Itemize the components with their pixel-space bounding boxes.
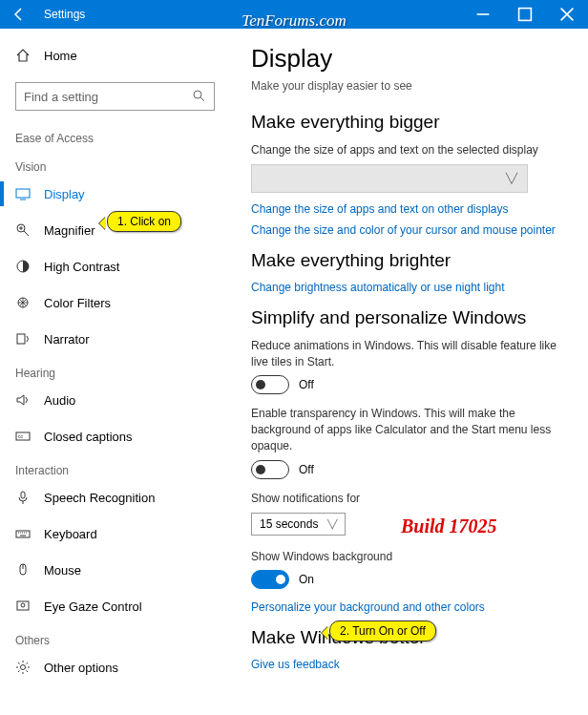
section-vision: Vision: [0, 151, 226, 176]
trans-desc: Enable transparency in Windows. This wil…: [251, 406, 563, 453]
back-button[interactable]: [0, 0, 38, 29]
color-filters-icon: [15, 295, 31, 310]
eye-icon: [15, 599, 31, 614]
heading-brighter: Make everything brighter: [251, 250, 563, 271]
selection-bar: [0, 181, 4, 206]
display-icon: [15, 186, 31, 201]
notif-select[interactable]: 15 seconds ╲╱: [251, 513, 346, 536]
chevron-down-icon: ╲╱: [506, 173, 517, 183]
nav-color-filters[interactable]: Color Filters: [0, 284, 226, 321]
close-button[interactable]: [546, 0, 588, 29]
nav-label: Keyboard: [44, 527, 97, 541]
nav-closed-captions[interactable]: cc Closed captions: [0, 418, 226, 454]
svg-rect-2: [16, 189, 30, 198]
home-button[interactable]: Home: [0, 38, 226, 73]
annotation-callout-2: 2. Turn On or Off: [329, 620, 436, 641]
link-feedback[interactable]: Give us feedback: [251, 658, 563, 671]
search-input[interactable]: Find a setting: [15, 82, 215, 111]
narrator-icon: [15, 331, 31, 347]
section-others: Others: [0, 624, 226, 649]
minimize-button[interactable]: [462, 0, 504, 29]
bg-label: Show Windows background: [251, 549, 563, 565]
svg-rect-6: [17, 334, 25, 344]
size-dropdown[interactable]: ╲╱: [251, 164, 528, 193]
nav-high-contrast[interactable]: High Contrast: [0, 248, 226, 284]
toggle-knob: [256, 380, 265, 389]
toggle-transparency-state: Off: [299, 463, 314, 476]
nav-eye-gaze[interactable]: Eye Gaze Control: [0, 588, 226, 624]
svg-point-14: [21, 665, 26, 670]
section-interaction: Interaction: [0, 454, 226, 479]
page-title: Display: [251, 44, 563, 74]
annotation-build: Build 17025: [401, 515, 497, 537]
mouse-icon: [15, 562, 31, 578]
nav-label: Speech Recognition: [44, 491, 155, 505]
nav-label: Other options: [44, 661, 118, 675]
nav-label: High Contrast: [44, 260, 119, 274]
mic-icon: [15, 490, 31, 505]
link-cursor-pointer[interactable]: Change the size and color of your cursor…: [251, 223, 563, 237]
nav-label: Eye Gaze Control: [44, 599, 142, 614]
titlebar: Settings: [0, 0, 588, 29]
nav-label: Display: [44, 187, 85, 201]
gear-icon: [15, 660, 31, 675]
nav-speech[interactable]: Speech Recognition: [0, 479, 226, 515]
nav-audio[interactable]: Audio: [0, 382, 226, 418]
annotation-callout-1: 1. Click on: [107, 211, 181, 232]
svg-rect-10: [16, 531, 30, 537]
toggle-knob: [276, 575, 285, 584]
home-label: Home: [44, 49, 77, 63]
sidebar: Home Find a setting Ease of Access Visio…: [0, 29, 226, 715]
nav-label: Magnifier: [44, 223, 94, 238]
svg-point-13: [21, 603, 25, 607]
group-header: Ease of Access: [0, 118, 226, 151]
svg-rect-12: [17, 601, 29, 610]
link-brightness[interactable]: Change brightness automatically or use n…: [251, 281, 563, 294]
svg-text:cc: cc: [18, 433, 24, 439]
toggle-transparency[interactable]: [251, 460, 289, 479]
window-controls: [462, 0, 588, 29]
chevron-down-icon: ╲╱: [327, 519, 337, 529]
search-placeholder: Find a setting: [24, 90, 98, 104]
heading-bigger: Make everything bigger: [251, 112, 563, 133]
search-icon: [191, 88, 206, 106]
heading-simplify: Simplify and personalize Windows: [251, 307, 563, 328]
nav-other-options[interactable]: Other options: [0, 649, 226, 685]
home-icon: [15, 48, 31, 63]
nav-mouse[interactable]: Mouse: [0, 552, 226, 588]
page-subtitle: Make your display easier to see: [251, 79, 563, 93]
nav-narrator[interactable]: Narrator: [0, 321, 226, 357]
window-title: Settings: [44, 8, 462, 21]
nav-label: Color Filters: [44, 296, 111, 310]
toggle-animations-state: Off: [299, 378, 314, 391]
notif-label: Show notifications for: [251, 491, 563, 507]
notif-value: 15 seconds: [260, 517, 318, 531]
section-hearing: Hearing: [0, 357, 226, 382]
link-personalize-bg[interactable]: Personalize your background and other co…: [251, 600, 563, 614]
anim-desc: Reduce animations in Windows. This will …: [251, 338, 563, 370]
svg-rect-9: [21, 492, 25, 498]
nav-label: Audio: [44, 393, 75, 408]
toggle-background[interactable]: [251, 570, 289, 589]
nav-display[interactable]: Display: [0, 176, 226, 212]
svg-rect-0: [519, 9, 532, 21]
link-other-displays[interactable]: Change the size of apps and text on othe…: [251, 202, 563, 216]
magnifier-icon: [15, 222, 31, 238]
contrast-icon: [15, 259, 31, 274]
size-desc: Change the size of apps and text on the …: [251, 142, 563, 158]
audio-icon: [15, 392, 31, 408]
maximize-button[interactable]: [504, 0, 546, 29]
cc-icon: cc: [15, 429, 31, 444]
toggle-background-state: On: [299, 573, 314, 586]
keyboard-icon: [15, 526, 31, 541]
nav-keyboard[interactable]: Keyboard: [0, 515, 226, 552]
arrow-left-icon: [11, 7, 27, 22]
nav-label: Narrator: [44, 332, 90, 347]
main-panel: Display Make your display easier to see …: [226, 29, 588, 715]
svg-point-1: [194, 91, 201, 98]
toggle-animations[interactable]: [251, 375, 289, 394]
nav-label: Closed captions: [44, 430, 133, 444]
toggle-knob: [256, 465, 265, 474]
nav-label: Mouse: [44, 563, 81, 578]
